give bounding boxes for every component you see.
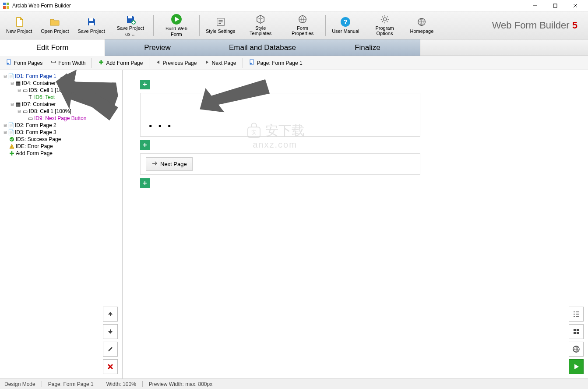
svg-point-23 <box>250 63 252 64</box>
add-block-button-3[interactable]: + <box>140 178 150 188</box>
tree-node-page2[interactable]: ⊞📄ID2: Form Page 2 <box>1 122 121 129</box>
tree-node-page3[interactable]: ⊞📄ID3: Form Page 3 <box>1 129 121 136</box>
program-options-button[interactable]: Program Options <box>364 13 406 38</box>
form-properties-label: Form Properties <box>286 25 319 36</box>
close-button[interactable] <box>565 0 585 11</box>
new-project-label: New Project <box>6 28 32 34</box>
status-preview-width: Preview Width: max. 800px <box>149 381 212 387</box>
add-form-page-button[interactable]: Add Form Page <box>95 57 146 68</box>
status-bar: Design Mode Page: Form Page 1 Width: 100… <box>0 378 588 389</box>
tab-finalize[interactable]: Finalize <box>315 39 420 56</box>
sidebar-actions <box>103 307 118 374</box>
tree-node-error[interactable]: !IDE: Error Page <box>1 143 121 150</box>
gear-icon <box>379 14 391 25</box>
tree-node-next-button[interactable]: ▭ID9: Next Page Button <box>1 115 121 122</box>
form-width-button[interactable]: Form Width <box>47 57 89 68</box>
cell-icon: ▭ <box>22 108 28 114</box>
save-project-as-button[interactable]: Save Project as ... <box>109 13 151 38</box>
add-block-button-2[interactable]: + <box>140 140 150 150</box>
svg-rect-5 <box>553 4 557 7</box>
tree-node-container1[interactable]: ⊟▦ID4: Container <box>1 80 121 87</box>
next-page-button[interactable]: Next Page <box>201 58 239 68</box>
width-icon <box>50 59 56 67</box>
next-page-form-button[interactable]: Next Page <box>146 157 193 171</box>
style-settings-button[interactable]: Style Settings <box>201 13 239 38</box>
style-templates-label: Style Templates <box>244 25 277 36</box>
text-block[interactable]: ... <box>140 93 420 137</box>
current-page-indicator: Page: Form Page 1 <box>246 57 306 68</box>
tree-node-cell2[interactable]: ⊟▭ID8: Cell 1 [100%] <box>1 108 121 115</box>
button-icon: ▭ <box>27 115 33 121</box>
cell-icon: ▭ <box>22 87 28 93</box>
help-icon: ? <box>340 16 351 28</box>
style-settings-icon <box>215 16 226 28</box>
status-mode: Design Mode <box>4 381 35 387</box>
style-templates-button[interactable]: Style Templates <box>239 13 282 38</box>
edit-button[interactable] <box>103 342 118 357</box>
grid-view-button[interactable] <box>569 324 584 339</box>
sidebar-tree: ⊟📄ID1: Form Page 1 ⊟▦ID4: Container ⊟▭ID… <box>0 70 123 378</box>
open-project-label: Open Project <box>41 28 69 34</box>
build-web-form-label: Build Web Form <box>160 26 193 36</box>
globe-icon <box>416 16 427 28</box>
save-project-label: Save Project <box>78 28 105 34</box>
form-pages-button[interactable]: Form Pages <box>3 57 46 68</box>
delete-button[interactable] <box>103 359 118 374</box>
save-project-button[interactable]: Save Project <box>74 13 109 38</box>
tree-node-success[interactable]: IDS: Success Page <box>1 136 121 143</box>
svg-rect-2 <box>3 6 6 9</box>
new-project-button[interactable]: New Project <box>2 13 36 38</box>
svg-rect-8 <box>89 18 93 21</box>
arrow-right-icon <box>151 160 158 168</box>
svg-rect-27 <box>110 329 111 332</box>
svg-rect-32 <box>574 332 576 334</box>
svg-rect-33 <box>577 332 579 334</box>
run-form-button[interactable] <box>569 359 584 374</box>
svg-point-21 <box>7 63 9 64</box>
new-file-icon <box>14 16 25 28</box>
tree-node-page1[interactable]: ⊟📄ID1: Form Page 1 <box>1 73 121 80</box>
next-page-block[interactable]: Next Page <box>140 153 420 175</box>
triangle-left-icon <box>155 60 161 66</box>
play-icon <box>171 14 182 25</box>
form-canvas: + ... + Next Page + 安 安下载 anxz.com <box>123 70 588 378</box>
tree-node-text[interactable]: TID6: Text <box>1 94 121 101</box>
save-project-as-label: Save Project as ... <box>114 25 147 36</box>
grid-icon: ▦ <box>15 80 21 86</box>
open-project-button[interactable]: Open Project <box>36 13 73 38</box>
titlebar: Arclab Web Form Builder <box>0 0 588 11</box>
save-as-icon <box>125 14 136 25</box>
tree-node-cell1[interactable]: ⊟▭ID5: Cell 1 [100%] <box>1 87 121 94</box>
move-up-button[interactable] <box>103 307 118 322</box>
form-properties-button[interactable]: Form Properties <box>282 13 324 38</box>
check-circle-icon <box>9 136 15 142</box>
minimize-button[interactable] <box>525 0 545 11</box>
tab-preview[interactable]: Preview <box>105 39 210 56</box>
build-web-form-button[interactable]: Build Web Form <box>155 13 197 38</box>
program-options-label: Program Options <box>368 25 401 36</box>
page-icon <box>249 59 255 67</box>
text-placeholder: ... <box>148 114 176 129</box>
text-icon: T <box>27 94 33 100</box>
tree-node-container2[interactable]: ⊟▦ID7: Container <box>1 101 121 108</box>
folder-open-icon <box>49 16 60 28</box>
preview-globe-button[interactable] <box>569 342 584 357</box>
tab-email-database[interactable]: Email and Database <box>210 39 315 56</box>
homepage-button[interactable]: Homepage <box>406 13 438 38</box>
cube-icon <box>255 14 266 25</box>
outline-view-button[interactable] <box>569 307 584 322</box>
previous-page-button[interactable]: Previous Page <box>152 58 200 68</box>
sub-toolbar: Form Pages Form Width Add Form Page Prev… <box>0 56 588 70</box>
move-down-button[interactable] <box>103 324 118 339</box>
svg-rect-30 <box>574 329 576 331</box>
main-toolbar: New Project Open Project Save Project Sa… <box>0 11 588 39</box>
user-manual-button[interactable]: ? User Manual <box>327 13 363 38</box>
canvas-right-actions <box>569 307 584 374</box>
page-icon: 📄 <box>8 129 14 135</box>
svg-rect-31 <box>577 329 579 331</box>
maximize-button[interactable] <box>545 0 565 11</box>
tab-edit-form[interactable]: Edit Form <box>0 39 105 56</box>
tree-node-add-page[interactable]: Add Form Page <box>1 150 121 157</box>
brand-version: 5 <box>572 20 577 31</box>
add-block-button-1[interactable]: + <box>140 80 150 89</box>
